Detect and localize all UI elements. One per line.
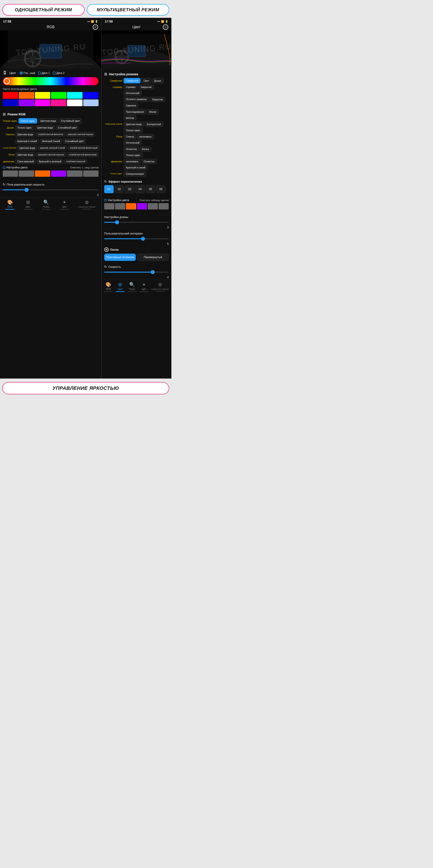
mode-setting-btn-0-1[interactable]: Свет [141,78,151,84]
mode-setting-btn-5-0[interactable]: Спектр [124,134,136,139]
mode-btn-2-0[interactable]: Цветная вода [16,132,35,137]
mode-btn-6-0[interactable]: Сине-красный [16,159,36,164]
mode-btn-4-0[interactable]: Цветная вода [18,145,37,151]
close-btn-left[interactable]: O [93,24,98,30]
mode-btn-6-2[interactable]: голубовато-красный [64,159,87,164]
color-cell-magenta[interactable] [35,99,50,106]
mode-setting-btn-7-2[interactable]: Красный и синий [124,165,148,170]
mode-btn-1-1[interactable]: Цветная вода [35,125,55,130]
mode-setting-btn-3-2[interactable]: метеор [124,115,136,121]
mode-btn-1-2[interactable]: Случайный цвет [56,125,79,130]
color-cell-blue[interactable] [83,92,98,99]
color-cell-purple[interactable] [19,99,34,106]
color-cell-pink[interactable] [51,99,66,106]
nav-light-left[interactable]: ✦ light [60,199,69,210]
mode-setting-btn-7-1[interactable]: Оснастка [142,159,157,164]
speed-slider-left[interactable] [3,188,98,192]
mode-setting-btn-1-1[interactable]: Закрытие [138,84,154,90]
mode-btn-2-1[interactable]: голубой желтый фиолетов [36,132,65,137]
mode-btn-1-0[interactable]: Только один. [16,125,34,130]
effect-btn-03[interactable]: 03 [125,185,134,193]
mode-btn-0-2[interactable]: Случайный цвет [59,118,82,124]
nav-rgb-left[interactable]: 🎨 RGB [5,199,14,210]
slider-thumb-left[interactable] [25,188,29,192]
length-slider[interactable] [104,220,169,224]
mode-setting-btn-7-0[interactable]: натягивать [124,159,141,164]
mode-btn-3-2[interactable]: Случайный цвет [63,138,86,144]
nav-rgb-right[interactable]: 🎨 RGB [104,282,113,292]
custom-color-4[interactable] [67,170,82,177]
flow-btn-reversed[interactable]: Перевернутый [137,254,169,261]
radio-disk1[interactable]: Диск 1 [38,71,50,74]
custom-color-2[interactable] [35,170,50,177]
mode-setting-btn-5-2[interactable]: Оптический [124,140,142,146]
mode-setting-btn-3-0[interactable]: Преследование [124,109,146,115]
effect-btn-06[interactable]: 06 [156,185,165,193]
mode-setting-btn-6-0[interactable]: Оснастка [124,146,139,152]
mode-setting-btn-8-0[interactable]: Синхронизация [124,171,146,177]
radio-global[interactable]: Гло...ный [20,71,35,74]
color-cell-lightblue[interactable] [83,99,98,106]
mode-setting-btn-6-1[interactable]: Балка [140,146,151,152]
mode-btn-2-2[interactable]: красный и желтый порошо [66,132,95,137]
nav-light-right[interactable]: ✦ light [140,282,148,292]
nav-color-right[interactable]: ⊞ Цвет [116,282,125,292]
close-btn-right[interactable]: O [163,24,168,30]
custom-color-5[interactable] [83,170,98,177]
nav-search-right[interactable]: 🔍 Поиск [128,282,137,292]
color-cell-green[interactable] [51,92,66,99]
custom-color-1[interactable] [19,170,34,177]
custom-color-0[interactable] [3,170,18,177]
mode-setting-btn-0-0[interactable]: Симфония [124,78,141,84]
mode-btn-5-0[interactable]: Цветная вода [16,152,35,157]
mode-btn-6-1[interactable]: Красный и зеленый [37,159,63,164]
custom-color-3[interactable] [51,170,66,177]
mode-setting-btn-1-0[interactable]: стример [124,84,138,90]
color-gradient-bar[interactable] [3,77,98,85]
mode-setting-btn-1-2[interactable]: Оптический [124,90,142,96]
clear-table-label-right[interactable]: Очистить таблицу цветов [140,199,169,202]
effect-btn-04[interactable]: 04 [135,185,145,193]
mode-setting-btn-4-1[interactable]: Колоритный [145,122,163,127]
mode-btn-0-1[interactable]: Цветная вода [38,118,58,124]
mode-setting-btn-4-0[interactable]: Цветная вода [124,122,144,127]
mode-setting-btn-5-1[interactable]: натягивать [137,134,154,139]
interval-slider[interactable] [104,237,169,241]
mode-setting-btn-3-1[interactable]: Магия [147,109,159,115]
mode-setting-btn-2-2[interactable]: Свалили [124,103,138,108]
mode-btn-4-2[interactable]: голубой желтый фиолетовый [68,146,99,150]
custom-color-r-3[interactable] [137,203,147,210]
mode-btn-5-1[interactable]: красный и желтый порошок [36,152,66,157]
color-bar-thumb[interactable] [4,78,10,84]
mode-setting-btn-6-2[interactable]: Только один. [124,152,143,158]
mode-btn-4-1[interactable]: красный, зеленый и синий [38,146,67,150]
custom-color-r-5[interactable] [158,203,169,210]
mode-setting-btn-2-0[interactable]: Потяните занавеску [124,97,149,102]
effect-btn-02[interactable]: 02 [115,185,124,193]
custom-color-r-4[interactable] [148,203,158,210]
color-cell-yellow[interactable] [35,92,50,99]
color-cell-orange[interactable] [19,92,34,99]
effect-btn-01[interactable]: 01 [104,185,114,193]
speed-slider-right[interactable] [104,270,169,274]
mode-btn-5-2[interactable]: голубой желтый фиолетовый [67,152,98,157]
color-cell-white[interactable] [67,99,82,106]
length-slider-thumb[interactable] [115,220,119,224]
mode-btn-0-0[interactable]: Только один. [19,118,37,124]
nav-info-right[interactable]: ⚙ Справочная информ. [151,282,169,292]
mode-setting-btn-0-2[interactable]: Дыши. [152,78,164,84]
mode-btn-3-1[interactable]: Зеленый Синий [40,138,62,144]
custom-color-r-0[interactable] [104,203,114,210]
nav-search-left[interactable]: 🔍 Поиск [42,199,51,210]
interval-slider-thumb[interactable] [141,237,145,241]
effect-btn-05[interactable]: 05 [146,185,155,193]
mode-setting-btn-2-1[interactable]: Закрытие [150,97,165,102]
slider-thumb-right[interactable] [151,270,155,274]
custom-color-r-1[interactable] [115,203,125,210]
mode-btn-3-0[interactable]: Красный и синий [16,138,39,144]
nav-info-left[interactable]: ⚙ Справочная информ. [78,200,96,210]
color-cell-cyan[interactable] [67,92,82,99]
color-cell-darkblue[interactable] [3,99,18,106]
mode-setting-btn-4-2[interactable]: Только один. [124,128,143,133]
custom-color-r-2[interactable] [126,203,136,210]
